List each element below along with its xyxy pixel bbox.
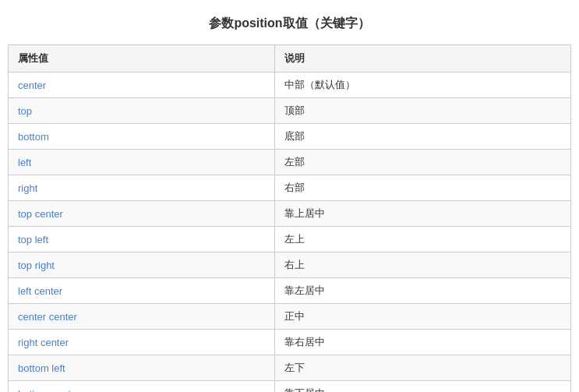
table-row: left center靠左居中 <box>9 278 571 304</box>
table-row: bottom底部 <box>9 124 571 150</box>
table-row: right center靠右居中 <box>9 330 571 355</box>
col-header-attr: 属性值 <box>9 45 275 72</box>
table-row: bottom center靠下居中 <box>9 381 571 393</box>
table-row: bottom left左下 <box>9 355 571 381</box>
cell-attr: left center <box>9 278 275 304</box>
page-container: 参数position取值（关键字） 属性值 说明 center中部（默认值）to… <box>0 0 579 392</box>
cell-desc: 靠上居中 <box>275 201 571 227</box>
cell-attr: left <box>9 150 275 175</box>
cell-desc: 正中 <box>275 304 571 330</box>
cell-desc: 左部 <box>275 150 571 175</box>
cell-attr: top left <box>9 227 275 253</box>
table-row: top right右上 <box>9 253 571 278</box>
cell-attr: top <box>9 98 275 124</box>
cell-attr: center <box>9 72 275 98</box>
cell-desc: 靠右居中 <box>275 330 571 355</box>
cell-attr: right <box>9 175 275 201</box>
table-row: top顶部 <box>9 98 571 124</box>
cell-attr: bottom <box>9 124 275 150</box>
cell-desc: 中部（默认值） <box>275 72 571 98</box>
table-row: center中部（默认值） <box>9 72 571 98</box>
cell-desc: 右部 <box>275 175 571 201</box>
cell-desc: 左上 <box>275 227 571 253</box>
table-header-row: 属性值 说明 <box>9 45 571 72</box>
cell-attr: bottom left <box>9 355 275 381</box>
cell-desc: 左下 <box>275 355 571 381</box>
cell-desc: 右上 <box>275 253 571 278</box>
table-row: top left左上 <box>9 227 571 253</box>
table-row: top center靠上居中 <box>9 201 571 227</box>
cell-desc: 靠下居中 <box>275 381 571 393</box>
cell-attr: bottom center <box>9 381 275 393</box>
table-row: right右部 <box>9 175 571 201</box>
cell-attr: top right <box>9 253 275 278</box>
cell-desc: 底部 <box>275 124 571 150</box>
cell-desc: 靠左居中 <box>275 278 571 304</box>
cell-attr: top center <box>9 201 275 227</box>
cell-attr: right center <box>9 330 275 355</box>
position-table: 属性值 说明 center中部（默认值）top顶部bottom底部left左部r… <box>8 44 571 392</box>
page-title: 参数position取值（关键字） <box>8 16 571 32</box>
cell-attr: center center <box>9 304 275 330</box>
table-row: left左部 <box>9 150 571 175</box>
col-header-desc: 说明 <box>275 45 571 72</box>
cell-desc: 顶部 <box>275 98 571 124</box>
table-row: center center正中 <box>9 304 571 330</box>
